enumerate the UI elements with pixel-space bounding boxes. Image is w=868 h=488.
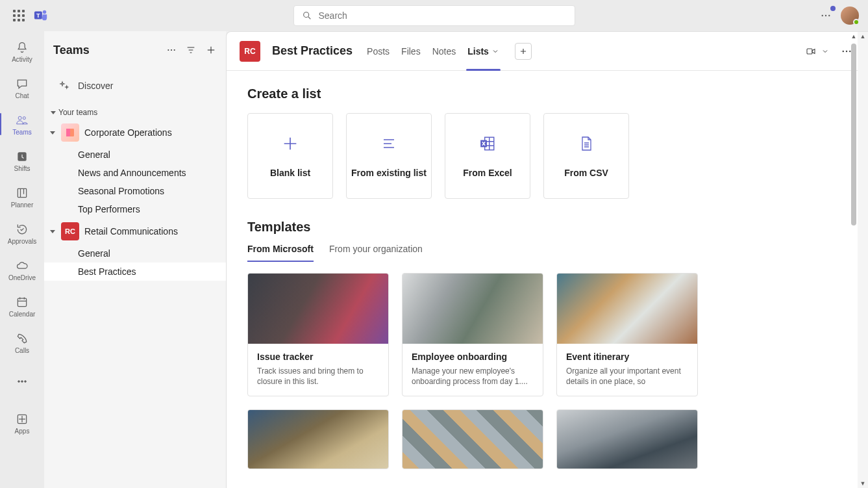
svg-rect-33 bbox=[66, 129, 70, 136]
template-title: Event itinerary bbox=[566, 352, 688, 362]
rail-teams[interactable]: Teams bbox=[0, 107, 44, 142]
svg-point-39 bbox=[846, 50, 847, 51]
plus-icon bbox=[281, 134, 299, 153]
rail-calls[interactable]: Calls bbox=[0, 325, 44, 360]
svg-point-38 bbox=[843, 50, 844, 51]
phone-icon bbox=[16, 332, 29, 345]
template-event-itinerary[interactable]: Event itinerary Organize all your import… bbox=[556, 273, 698, 396]
channel-best-practices[interactable]: Best Practices bbox=[44, 263, 226, 281]
template-card-partial[interactable] bbox=[556, 409, 698, 469]
rail-label: Calendar bbox=[9, 311, 36, 318]
rail-more[interactable] bbox=[0, 364, 44, 399]
channel-avatar: RC bbox=[240, 41, 260, 62]
create-from-excel[interactable]: From Excel bbox=[445, 113, 530, 199]
template-desc: Organize all your important event detail… bbox=[566, 366, 688, 387]
template-employee-onboarding[interactable]: Employee onboarding Manage your new empl… bbox=[402, 273, 543, 396]
rail-label: Apps bbox=[15, 428, 30, 435]
your-teams-section[interactable]: Your teams bbox=[44, 105, 226, 120]
rail-calendar[interactable]: Calendar bbox=[0, 289, 44, 324]
rail-activity[interactable]: Activity bbox=[0, 34, 44, 69]
rail-label: Activity bbox=[12, 56, 32, 63]
panel-title: Teams bbox=[53, 44, 90, 57]
template-tab-org[interactable]: From your organization bbox=[329, 244, 423, 262]
templates-heading: Templates bbox=[247, 220, 847, 235]
template-card-partial[interactable] bbox=[402, 409, 543, 469]
caret-down-icon bbox=[50, 131, 55, 135]
scroll-down-icon[interactable]: ▼ bbox=[860, 480, 866, 487]
svg-rect-36 bbox=[807, 49, 812, 54]
add-tab-button[interactable] bbox=[515, 43, 532, 60]
presence-available-icon bbox=[853, 19, 860, 25]
caret-down-icon bbox=[50, 230, 55, 233]
svg-point-18 bbox=[18, 381, 20, 383]
rail-chat[interactable]: Chat bbox=[0, 70, 44, 105]
more-icon bbox=[16, 375, 29, 388]
meet-button[interactable] bbox=[804, 46, 829, 57]
tab-files[interactable]: Files bbox=[401, 32, 421, 71]
create-from-existing[interactable]: From existing list bbox=[346, 113, 432, 199]
panel-more-icon[interactable] bbox=[166, 45, 177, 55]
lists-surface: Create a list Blank list From existing l… bbox=[227, 71, 868, 488]
create-from-csv[interactable]: From CSV bbox=[543, 113, 629, 199]
svg-point-40 bbox=[849, 50, 850, 51]
template-card-partial[interactable] bbox=[247, 409, 389, 469]
svg-point-20 bbox=[25, 381, 27, 383]
search-box[interactable] bbox=[293, 5, 575, 26]
apps-icon bbox=[16, 413, 29, 426]
rail-label: Calls bbox=[15, 347, 29, 354]
channel-title: Best Practices bbox=[272, 44, 353, 58]
people-icon bbox=[15, 114, 29, 127]
channel-top-performers[interactable]: Top Performers bbox=[44, 200, 226, 218]
rail-approvals[interactable]: Approvals bbox=[0, 216, 44, 251]
create-blank-list[interactable]: Blank list bbox=[247, 113, 333, 199]
svg-point-7 bbox=[828, 15, 830, 16]
team-row-retail-communications[interactable]: RC Retail Communications bbox=[44, 218, 226, 244]
template-desc: Track issues and bring them to closure i… bbox=[257, 366, 379, 387]
cloud-icon bbox=[15, 259, 29, 272]
tab-posts[interactable]: Posts bbox=[367, 32, 390, 71]
channel-general-2[interactable]: General bbox=[44, 244, 226, 263]
discover-button[interactable]: Discover bbox=[51, 71, 219, 100]
rail-shifts[interactable]: Shifts bbox=[0, 143, 44, 178]
planner-icon bbox=[16, 186, 29, 199]
content-area: RC Best Practices Posts Files Notes List… bbox=[226, 31, 868, 488]
title-bar: T bbox=[0, 0, 868, 31]
scroll-up-icon[interactable]: ▲ bbox=[860, 33, 866, 40]
channel-general[interactable]: General bbox=[44, 146, 226, 164]
search-icon bbox=[302, 10, 312, 21]
svg-marker-37 bbox=[812, 49, 815, 53]
teams-logo-icon: T bbox=[34, 8, 48, 23]
settings-more-icon[interactable] bbox=[820, 10, 832, 21]
app-launcher-icon[interactable] bbox=[13, 10, 25, 21]
channel-seasonal[interactable]: Seasonal Promotions bbox=[44, 182, 226, 200]
tab-label: Lists bbox=[467, 46, 489, 57]
tab-notes[interactable]: Notes bbox=[432, 32, 456, 71]
notification-dot bbox=[830, 6, 836, 11]
chevron-down-icon bbox=[491, 47, 499, 55]
search-input[interactable] bbox=[319, 10, 567, 21]
svg-point-8 bbox=[18, 116, 21, 120]
svg-point-6 bbox=[825, 15, 826, 16]
create-team-icon[interactable] bbox=[205, 44, 217, 56]
rail-apps[interactable]: Apps bbox=[0, 405, 44, 441]
template-thumbnail bbox=[403, 410, 543, 469]
create-label: From Excel bbox=[463, 168, 512, 178]
template-issue-tracker[interactable]: Issue tracker Track issues and bring the… bbox=[247, 273, 389, 396]
filter-icon[interactable] bbox=[186, 45, 196, 55]
channel-more-icon[interactable] bbox=[841, 45, 852, 57]
sparkle-icon bbox=[58, 80, 70, 92]
tab-lists[interactable]: Lists bbox=[467, 32, 499, 71]
channel-news[interactable]: News and Announcements bbox=[44, 164, 226, 182]
template-tab-microsoft[interactable]: From Microsoft bbox=[247, 244, 314, 262]
user-avatar[interactable] bbox=[841, 6, 859, 25]
svg-point-2 bbox=[43, 10, 47, 14]
outer-scrollbar[interactable]: ▲ ▼ bbox=[858, 32, 868, 488]
rail-onedrive[interactable]: OneDrive bbox=[0, 252, 44, 287]
template-thumbnail bbox=[248, 274, 388, 344]
list-icon bbox=[379, 134, 399, 153]
rail-label: Chat bbox=[15, 92, 29, 99]
rail-planner[interactable]: Planner bbox=[0, 179, 44, 214]
team-row-corporate-operations[interactable]: Corporate Operations bbox=[44, 120, 226, 146]
calendar-icon bbox=[16, 296, 29, 309]
plus-icon bbox=[519, 47, 528, 56]
